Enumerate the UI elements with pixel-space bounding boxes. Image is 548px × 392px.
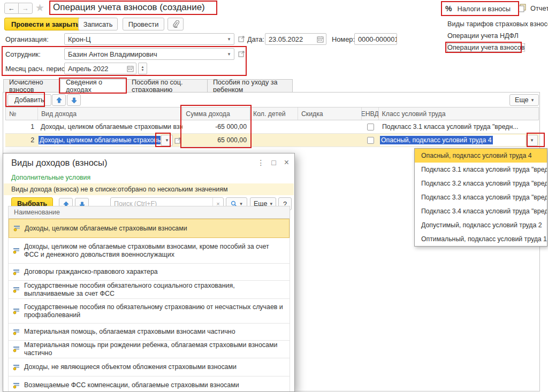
- write-button[interactable]: Записать: [78, 18, 118, 30]
- list-item-label: Доходы, целиком не облагаемые страховыми…: [24, 243, 285, 259]
- date-field[interactable]: 23.05.2022: [265, 33, 326, 45]
- list-item-label: Государственные пособия по обязательному…: [24, 303, 285, 319]
- list-item[interactable]: Возмещаемые ФСС компенсации, облагаемые …: [9, 376, 290, 392]
- col-income-type[interactable]: Вид дохода: [38, 107, 182, 120]
- row2-income-type-cell[interactable]: Доходы, целиком облагаемые страховыми в …: [37, 135, 182, 146]
- row1-income-type[interactable]: Доходы, целиком облагаемые страховыми вз…: [37, 123, 182, 130]
- month-spinner[interactable]: ▲▼: [138, 63, 147, 74]
- col-children[interactable]: Кол. детей: [250, 107, 298, 120]
- move-row-up-button[interactable]: [52, 94, 66, 106]
- row2-income-dropdown-icon[interactable]: ▾: [161, 135, 173, 146]
- employee-open-icon[interactable]: [238, 50, 245, 57]
- tab-social-benefits[interactable]: Пособия по соц. страхованию: [126, 79, 208, 93]
- organization-open-icon[interactable]: [238, 35, 245, 42]
- catalog-item-icon: [13, 308, 20, 314]
- dialog-maximize-button[interactable]: □: [269, 157, 279, 167]
- org-label: Организация:: [5, 35, 49, 43]
- calendar-icon[interactable]: [317, 36, 324, 43]
- report-icon: [518, 4, 527, 12]
- list-item[interactable]: Материальная помощь при рождении ребенка…: [9, 341, 290, 358]
- list-item-label: Доходы, не являющиеся объектом обложения…: [24, 363, 237, 371]
- additional-conditions-link[interactable]: Дополнительные условия: [11, 174, 90, 181]
- list-item-label: Договоры гражданско-правового характера: [24, 268, 158, 276]
- link-contribution-operations[interactable]: Операции учета взносов: [447, 44, 524, 51]
- post-button[interactable]: Провести: [123, 18, 164, 30]
- link-ndfl-operations[interactable]: Операции учета НДФЛ: [447, 32, 519, 40]
- table-row[interactable]: 1 Доходы, целиком облагаемые страховыми …: [5, 120, 539, 134]
- row2-work-class-editor[interactable]: Опасный, подкласс условий труда 4: [380, 135, 526, 146]
- move-row-down-button[interactable]: [67, 94, 81, 106]
- kebab-icon: ⋮: [257, 158, 265, 167]
- list-item[interactable]: Доходы, не являющиеся объектом обложения…: [9, 358, 290, 376]
- dropdown-item-selected[interactable]: Опасный, подкласс условий труда 4: [415, 149, 547, 163]
- table-more-button[interactable]: Еще ▾: [509, 94, 539, 106]
- list-item[interactable]: Государственные пособия обязательного со…: [9, 281, 290, 299]
- back-button[interactable]: ←: [4, 3, 19, 14]
- dialog-close-button[interactable]: ×: [281, 157, 292, 167]
- row2-envd-cell[interactable]: [362, 137, 379, 144]
- employee-field[interactable]: Базин Антон Владимирович ▾: [64, 48, 234, 60]
- table-more-label: Еще: [515, 96, 529, 104]
- dropdown-item[interactable]: Оптимальный, подкласс условий труда 1: [415, 232, 547, 246]
- attachments-button[interactable]: [168, 18, 184, 30]
- row1-number: 1: [5, 123, 37, 130]
- col-discount[interactable]: Скидка: [298, 107, 362, 120]
- col-envd[interactable]: ЕНВД: [362, 107, 379, 120]
- row1-work-class[interactable]: Подкласс 3.1 класса условий труда "вредн…: [379, 123, 539, 130]
- row2-class-dropdown-icon[interactable]: ▾: [526, 135, 538, 146]
- table-row-active[interactable]: 2 Доходы, целиком облагаемые страховыми …: [5, 134, 539, 147]
- employee-value: Базин Антон Владимирович: [65, 50, 224, 58]
- paperclip-icon: [172, 20, 179, 28]
- forward-button[interactable]: →: [18, 3, 33, 14]
- link-tariff-types[interactable]: Виды тарифов страховых взносов: [447, 20, 548, 28]
- filter-info-bar: Виды дохода (взноса) не в списке:отобран…: [4, 183, 294, 195]
- maximize-icon: □: [271, 158, 276, 167]
- forward-icon: →: [22, 4, 29, 12]
- report-button[interactable]: Отчет: [518, 4, 548, 12]
- dialog-menu-button[interactable]: ⋮: [256, 157, 266, 167]
- list-item[interactable]: Материальная помощь, облагаемая страховы…: [9, 324, 290, 341]
- month-field[interactable]: Апрель 2022: [64, 63, 136, 74]
- dropdown-item[interactable]: Подкласс 3.1 класса условий труда "вредн…: [415, 163, 547, 176]
- number-field[interactable]: 0000-000001: [354, 33, 397, 45]
- add-row-button[interactable]: Добавить: [7, 94, 51, 106]
- row2-work-class-cell[interactable]: Опасный, подкласс условий труда 4 ▾: [379, 135, 539, 146]
- row1-envd-cell[interactable]: [362, 124, 379, 130]
- tab-income-info[interactable]: Сведения о доходах: [60, 79, 126, 93]
- page-title: Операция учета взносов (создание): [53, 2, 205, 13]
- number-label: Номер:: [332, 35, 355, 43]
- row1-envd-checkbox[interactable]: [367, 124, 374, 130]
- organization-field[interactable]: Крон-Ц ▾: [64, 33, 234, 45]
- catalog-item-icon: [13, 346, 20, 352]
- row2-amount[interactable]: 65 000,00: [182, 136, 250, 144]
- row2-income-type-editor[interactable]: Доходы, целиком облагаемые страховыми в: [39, 135, 161, 146]
- percent-icon: %: [445, 4, 452, 13]
- favorite-star-icon[interactable]: ★: [35, 2, 44, 14]
- row1-amount[interactable]: -65 000,00: [182, 123, 250, 130]
- tab-childcare-benefits[interactable]: Пособия по уходу за ребенком: [207, 79, 293, 93]
- row2-income-open-icon[interactable]: [174, 137, 181, 144]
- dropdown-item[interactable]: Подкласс 3.3 класса условий труда "вредн…: [415, 190, 547, 204]
- list-column-header[interactable]: Наименование: [8, 206, 290, 219]
- post-and-close-button[interactable]: Провести и закрыть: [4, 18, 87, 30]
- dropdown-item[interactable]: Допустимый, подкласс условий труда 2: [415, 218, 547, 232]
- employee-dropdown-icon[interactable]: ▾: [224, 49, 234, 59]
- col-work-class[interactable]: Класс условий труда: [379, 107, 538, 120]
- organization-dropdown-icon[interactable]: ▾: [224, 34, 234, 44]
- close-icon: ×: [284, 158, 289, 167]
- dropdown-item[interactable]: Подкласс 3.2 класса условий труда "вредн…: [415, 176, 547, 190]
- income-types-dialog: Виды доходов (взносы) ⋮ □ × Дополнительн…: [3, 153, 295, 392]
- list-item[interactable]: Доходы, целиком не облагаемые страховыми…: [9, 238, 290, 264]
- col-amount[interactable]: Сумма дохода: [182, 107, 250, 120]
- taxes-section[interactable]: % Налоги и взносы: [445, 4, 511, 13]
- list-item[interactable]: Договоры гражданско-правового характера: [9, 264, 290, 281]
- col-number[interactable]: №: [6, 107, 38, 120]
- list-item-label: Доходы, целиком облагаемые страховыми вз…: [25, 225, 187, 233]
- month-calendar-icon[interactable]: [127, 65, 134, 72]
- tab-contributions-calculated[interactable]: Исчислено взносов: [3, 79, 60, 93]
- row2-envd-checkbox[interactable]: [367, 137, 374, 144]
- more-dropdown-icon: ▾: [531, 97, 534, 103]
- list-item[interactable]: Государственные пособия по обязательному…: [9, 299, 290, 324]
- dropdown-item[interactable]: Подкласс 3.4 класса условий труда "вредн…: [415, 204, 547, 218]
- list-item-selected[interactable]: Доходы, целиком облагаемые страховыми вз…: [9, 219, 290, 238]
